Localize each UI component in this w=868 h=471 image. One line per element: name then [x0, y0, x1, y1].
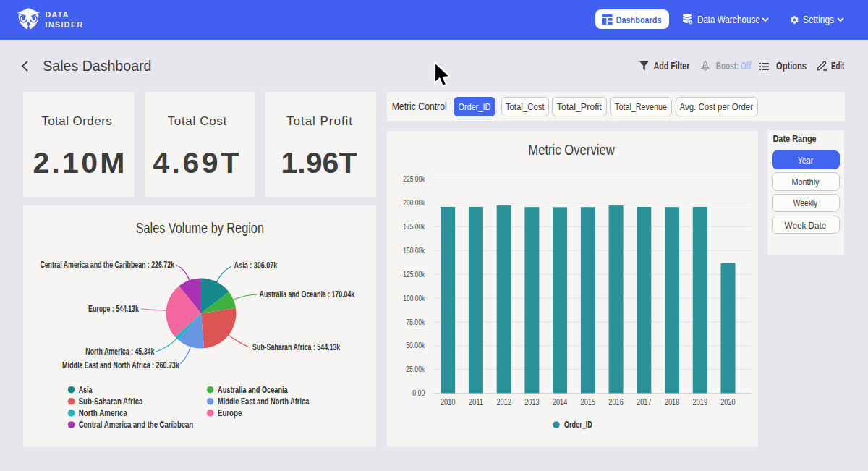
svg-text:Boost:: Boost: [716, 60, 739, 72]
svg-text:2020: 2020 [720, 396, 736, 407]
svg-text:Sub-Saharan Africa: Sub-Saharan Africa [79, 396, 143, 407]
svg-text:125.00k: 125.00k [403, 270, 425, 279]
svg-text:Total Cost: Total Cost [168, 114, 227, 128]
svg-text:2.10M: 2.10M [33, 146, 124, 179]
svg-text:2010: 2010 [441, 396, 456, 407]
svg-text:INSIDER: INSIDER [46, 20, 83, 29]
svg-text:Total_Cost: Total_Cost [506, 101, 545, 112]
svg-text:Settings: Settings [803, 13, 834, 25]
svg-text:Weekly: Weekly [793, 198, 818, 208]
svg-text:Asia : 306.07k: Asia : 306.07k [234, 260, 278, 271]
svg-text:175.00k: 175.00k [403, 222, 425, 231]
svg-text:Date Range: Date Range [773, 133, 817, 144]
svg-text:0.00: 0.00 [412, 389, 425, 397]
svg-text:2017: 2017 [637, 396, 652, 407]
svg-text:Total_Revenue: Total_Revenue [615, 101, 667, 112]
svg-text:1.96T: 1.96T [281, 146, 357, 179]
svg-text:Options: Options [776, 60, 807, 72]
svg-text:Australia and Oceania: Australia and Oceania [218, 385, 288, 395]
svg-text:Sub-Saharan Africa : 544.13k: Sub-Saharan Africa : 544.13k [252, 342, 341, 352]
svg-text:2011: 2011 [469, 396, 484, 407]
svg-text:Metric Overview: Metric Overview [528, 141, 615, 158]
svg-text:2016: 2016 [608, 396, 624, 407]
svg-text:Edit: Edit [831, 60, 845, 72]
svg-text:Central America and the Caribb: Central America and the Caribbean [79, 420, 194, 430]
svg-text:North America: North America [79, 408, 127, 418]
svg-text:Central America and the Caribb: Central America and the Caribbean : 226.… [40, 260, 174, 270]
svg-text:25.00k: 25.00k [406, 365, 425, 373]
svg-text:Middle East and North Africa: Middle East and North Africa [218, 396, 310, 407]
svg-text:4.69T: 4.69T [153, 146, 239, 179]
svg-text:Sales Volume by Region: Sales Volume by Region [136, 219, 264, 236]
svg-text:150.00k: 150.00k [403, 246, 425, 255]
svg-text:Australia and Oceania : 170.04: Australia and Oceania : 170.04k [260, 289, 355, 300]
svg-text:Europe: Europe [218, 408, 242, 418]
svg-text:Dashboards: Dashboards [616, 14, 662, 25]
svg-text:2014: 2014 [553, 396, 568, 407]
svg-text:Avg. Cost per Order: Avg. Cost per Order [680, 101, 754, 112]
svg-text:Data Warehouse: Data Warehouse [697, 13, 760, 25]
svg-text:Week Date: Week Date [785, 220, 827, 231]
svg-text:225.00k: 225.00k [403, 174, 425, 183]
svg-text:100.00k: 100.00k [403, 294, 425, 302]
svg-text:Total_Profit: Total_Profit [557, 101, 602, 112]
svg-text:North America : 45.34k: North America : 45.34k [85, 347, 154, 357]
svg-text:Total Orders: Total Orders [41, 114, 112, 128]
svg-text:Year: Year [798, 155, 814, 166]
svg-text:200.00k: 200.00k [403, 198, 425, 207]
svg-text:Order_ID: Order_ID [459, 101, 491, 112]
svg-text:2013: 2013 [524, 396, 540, 407]
svg-text:Add Filter: Add Filter [654, 60, 690, 72]
svg-text:2015: 2015 [581, 396, 596, 407]
svg-text:2012: 2012 [496, 396, 511, 407]
svg-text:Order_ID: Order_ID [564, 420, 592, 430]
svg-text:Asia: Asia [79, 385, 93, 395]
svg-text:Total Profit: Total Profit [286, 114, 352, 128]
svg-text:Sales Dashboard: Sales Dashboard [43, 57, 151, 74]
svg-text:Europe : 544.13k: Europe : 544.13k [88, 304, 139, 314]
svg-text:2018: 2018 [665, 396, 680, 407]
svg-text:Monthly: Monthly [792, 177, 820, 187]
svg-text:Middle East and North Africa :: Middle East and North Africa : 260.73k [62, 360, 179, 370]
svg-text:75.00k: 75.00k [406, 318, 425, 326]
svg-text:DATA: DATA [46, 10, 69, 19]
svg-text:2019: 2019 [693, 396, 708, 407]
svg-text:Metric Control: Metric Control [392, 100, 447, 112]
svg-text:50.00k: 50.00k [406, 341, 425, 349]
svg-text:Off: Off [741, 60, 752, 72]
